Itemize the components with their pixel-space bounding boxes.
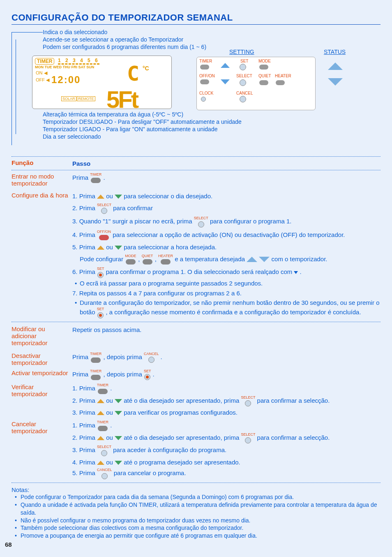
func-cancelar: Cancelar temporizador (12, 420, 72, 479)
cancel-icon: CANCEL (144, 352, 159, 363)
cancel-icon: CANCEL (97, 468, 112, 479)
timer-icon: TIMER (90, 173, 101, 183)
icon-caption: TIMER (97, 420, 108, 424)
row-activar: Activar temporizador Prima TIMER , depoi… (12, 369, 380, 381)
row-cancelar: Cancelar temporizador 1. Prima TIMER . 2… (12, 420, 380, 479)
lcd-program-numbers: 1 2 3 4 5 6 (58, 58, 99, 65)
row-modificar: Modificar ou adicionar temporizador Repe… (12, 325, 380, 346)
text: ou (106, 409, 115, 416)
ctrl-timer-label: TIMER (199, 59, 212, 63)
text: e a temperatura desejada (175, 255, 247, 262)
quiet-icon: QUIET (142, 254, 153, 265)
callout-day-to-select: Dia a ser seleccionado (43, 133, 101, 140)
quiet-button-icon (259, 80, 268, 85)
icon-caption: SET (97, 267, 104, 271)
text: para seleccionar a opção de activação (O… (113, 231, 345, 238)
text: com o temporizador. (272, 255, 327, 262)
status-up-icon (328, 63, 343, 70)
text: 5. Prima (72, 244, 97, 251)
text: até o dia desejado ser apresentado, prim… (124, 434, 241, 441)
up-icon (97, 195, 104, 199)
text: para cancelar o programa. (114, 470, 186, 477)
text: Pode configurar (80, 255, 125, 262)
lcd-remote: REMOTE (77, 96, 95, 101)
passo-modificar: Repetir os passos acima. (72, 325, 380, 346)
icon-caption: TIMER (90, 173, 101, 176)
passo-activar: Prima TIMER , depois prima SET . (72, 369, 380, 381)
note-item: Quando a unidade é activada pela função … (15, 501, 380, 517)
text: ou (106, 459, 115, 466)
set-button-icon (240, 64, 246, 70)
text: 4. Prima (72, 231, 97, 238)
mode-icon: MODE (125, 254, 136, 265)
text: 5. Prima (72, 470, 97, 477)
divider (12, 170, 380, 170)
lcd-unit: °C (143, 65, 149, 72)
up-arrow-icon (221, 63, 230, 68)
diagram-status-label: STATUS (324, 49, 346, 55)
callout-timer-off: Temporizador DESLIGADO - Para desligar "… (43, 118, 242, 125)
ctrl-offon-label: OFF/ON (199, 74, 215, 78)
text: para seleccionar a hora desejada. (124, 244, 217, 251)
page-title: CONFIGURAÇÃO DO TEMPORIZADOR SEMANAL (12, 12, 380, 25)
up-icon (97, 399, 104, 403)
lcd-clock: 12:00 (51, 74, 81, 86)
text: 1. Prima (72, 422, 97, 429)
timer-icon: TIMER (90, 352, 101, 363)
text: para confirmar a selecção. (257, 397, 330, 404)
lcd-big-c: C (127, 62, 139, 86)
bullet: O ecrã irá passar para o programa seguin… (72, 279, 380, 288)
icon-caption: SELECT (194, 216, 208, 220)
page-number: 68 (5, 541, 12, 548)
ctrl-mode-label: MODE (258, 59, 271, 63)
divider (12, 156, 380, 157)
text: . (110, 422, 112, 429)
select-icon: SELECT (97, 203, 111, 214)
text: para confirmar (113, 204, 153, 211)
text: , (138, 255, 141, 262)
notes-list: Pode configurar o Temporizador para cada… (12, 493, 380, 540)
icon-caption: SELECT (97, 445, 111, 449)
header-passo: Passo (72, 159, 380, 168)
icon-caption: MODE (125, 254, 136, 258)
text: . (104, 174, 105, 181)
select-button-icon (240, 79, 246, 86)
set-icon: SET (97, 267, 104, 278)
down-arrow-icon (221, 79, 230, 84)
up-icon (97, 246, 104, 250)
icon-caption: QUIET (142, 254, 153, 258)
text: até o dia desejado ser apresentado, prim… (124, 397, 241, 404)
divider (12, 322, 380, 322)
text: 1. Prima (72, 193, 97, 200)
lcd-solar: SOLAR (61, 96, 76, 101)
diagram-setting-label: SETTING (229, 49, 254, 55)
text: ou (106, 434, 115, 441)
callout-timer-on: Temporizador LIGADO - Para ligar "ON" au… (43, 126, 217, 132)
func-entrar: Entrar no modo temporizador (12, 173, 72, 187)
passo-desactivar: Prima TIMER , depois prima CANCEL . (72, 352, 380, 366)
passo-entrar: Prima TIMER . (72, 173, 380, 187)
text: . (161, 353, 162, 360)
status-down-icon (328, 78, 343, 86)
divider (12, 483, 380, 483)
icon-caption: CANCEL (144, 352, 159, 356)
icon-caption: SET (97, 307, 104, 311)
icon-caption: OFF/ON (97, 230, 111, 234)
icon-caption: SELECT (97, 203, 111, 207)
text: Prima (72, 371, 90, 378)
table-header-row: Função Passo (12, 159, 380, 168)
ctrl-select-label: SELECT (236, 74, 252, 78)
text: 2. Prima (72, 434, 97, 441)
text: , (155, 255, 158, 262)
set-icon: SET (144, 369, 151, 381)
text: para confirmar a selecção. (257, 434, 330, 441)
temp-up-icon (247, 257, 257, 262)
clock-button-icon (201, 97, 206, 102)
text: até o programa desejado ser apresentado. (124, 459, 240, 466)
down-icon (115, 461, 122, 465)
text: 2. Prima (72, 397, 97, 404)
set-icon: SET (97, 307, 104, 318)
down-icon (115, 399, 122, 403)
text: 3. Prima (72, 446, 97, 453)
text: para seleccionar o dia desejado. (124, 193, 212, 200)
